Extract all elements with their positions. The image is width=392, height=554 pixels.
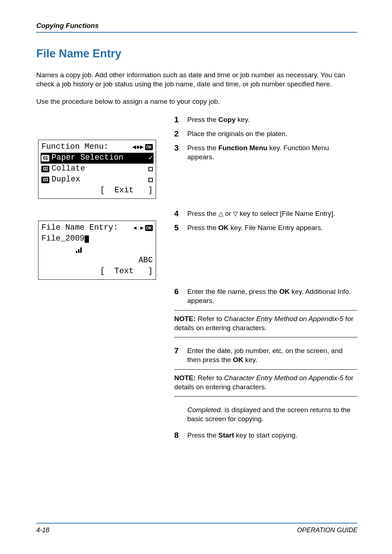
page-number: 4-18: [36, 526, 49, 534]
page-footer: 4-18 OPERATION GUIDE: [36, 523, 358, 534]
lcd-column: Function Menu: ◄♦► OK 01 Paper Selection…: [36, 115, 156, 301]
book-title: OPERATION GUIDE: [297, 526, 358, 534]
lcd-title: File Name Entry:: [41, 222, 132, 233]
cursor-icon: [85, 235, 89, 243]
lcd-title: Function Menu:: [41, 141, 131, 152]
intro-paragraph-2: Use the procedure below to assign a name…: [36, 98, 358, 106]
item-label: Paper Selection: [52, 152, 148, 163]
file-name-value: File_2009: [41, 233, 85, 244]
step-3: 3 Press the Function Menu key. Function …: [174, 143, 358, 162]
step-8: 8 Press the Start key to start copying.: [174, 431, 358, 440]
checkbox-icon: [148, 167, 153, 171]
chapter-header: Copying Functions: [36, 22, 358, 30]
item-number: 02: [41, 166, 49, 172]
lcd-file-name-entry: File Name Entry: ◄ : ► OK File_2009 ABC …: [38, 221, 156, 280]
item-label: Duplex: [52, 174, 148, 185]
page-title: File Name Entry: [36, 47, 358, 60]
intro-paragraph-1: Names a copy job. Add other information …: [36, 70, 358, 89]
file-name-value-row: File_2009: [41, 234, 153, 245]
step-4: 4 Press the △ or ▽ key to select [File N…: [174, 209, 358, 218]
checkbox-icon: [148, 178, 153, 182]
text-softkey: [ Text ]: [100, 266, 153, 277]
menu-item-paper-selection: 01 Paper Selection ✓: [41, 153, 154, 164]
menu-item-duplex: 03 Duplex: [41, 175, 153, 185]
completed-text: Completed. is displayed and the screen r…: [174, 405, 358, 424]
checkmark-icon: ✓: [148, 153, 153, 163]
nav-arrows-icon: ◄♦►: [131, 143, 144, 152]
footer-divider: [36, 523, 358, 524]
ok-icon: OK: [145, 225, 153, 231]
step-1: 1 Press the Copy key.: [174, 115, 358, 124]
step-6: 6 Enter the file name, press the OK key.…: [174, 287, 358, 305]
signal-icon: [76, 247, 82, 253]
exit-softkey: [ Exit ]: [100, 185, 153, 196]
steps-column: 1 Press the Copy key. 2 Place the origin…: [174, 115, 358, 445]
menu-item-collate: 02 Collate: [41, 164, 153, 175]
dot-nav-icon: ◄ : ►: [132, 224, 144, 232]
item-number: 01: [41, 155, 49, 161]
item-number: 03: [41, 177, 49, 183]
step-2: 2 Place the originals on the platen.: [174, 129, 358, 138]
note-2: NOTE: Refer to Character Entry Method on…: [174, 369, 358, 397]
ok-icon: OK: [145, 144, 153, 150]
lcd-function-menu: Function Menu: ◄♦► OK 01 Paper Selection…: [38, 140, 156, 199]
step-5: 5 Press the OK key. File Name Entry appe…: [174, 223, 358, 232]
note-1: NOTE: Refer to Character Entry Method on…: [174, 310, 358, 337]
item-label: Collate: [52, 163, 148, 174]
step-7: 7 Enter the date, job number, etc. on th…: [174, 346, 358, 365]
header-divider: [36, 32, 358, 33]
input-mode-label: ABC: [134, 255, 153, 266]
